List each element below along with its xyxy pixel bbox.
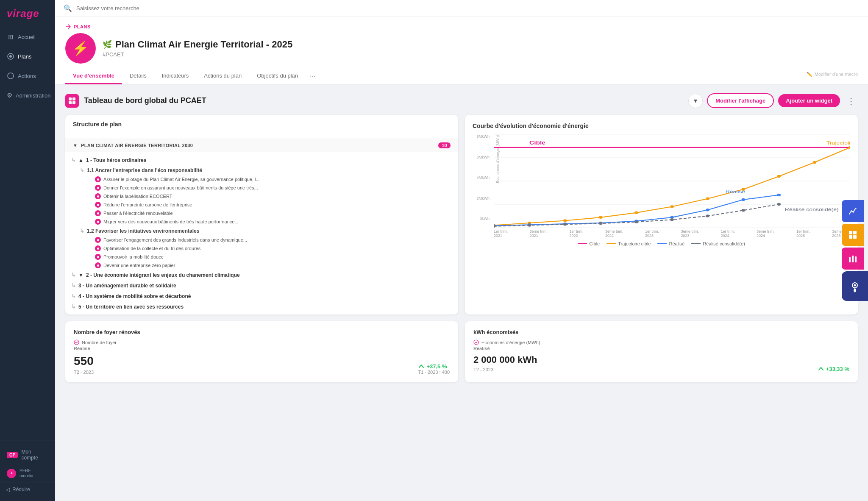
chart-area: Cible — [494, 134, 850, 228]
tab-details[interactable]: Détails — [122, 68, 154, 84]
list-item[interactable]: Optimisation de la collecte et du tri de… — [93, 244, 454, 253]
svg-rect-51 — [849, 235, 852, 239]
svg-rect-7 — [72, 101, 75, 104]
plan-badge: 10 — [438, 142, 451, 148]
actions-icon — [7, 72, 14, 80]
tab-more-btn[interactable]: ··· — [306, 68, 320, 84]
modifier-affichage-btn[interactable]: Modifier l'affichage — [707, 93, 774, 108]
collapse-icon[interactable]: ▼ — [73, 143, 78, 148]
svg-point-47 — [74, 340, 79, 345]
tree-item-4[interactable]: ↳ 4 - Un système de mobilité sobre et dé… — [70, 291, 454, 301]
sidebar: virage ⊞ Accueil Plans Actions ⚙ Adminis… — [0, 0, 55, 501]
expand-icon[interactable]: ▲ — [78, 157, 83, 163]
float-btn-grid[interactable] — [842, 224, 864, 246]
tree-label-1: 1 - Tous héros ordinaires — [86, 157, 146, 163]
ajouter-widget-btn[interactable]: Ajouter un widget — [778, 94, 840, 107]
kpi-value-foyer: 550 — [74, 354, 94, 368]
more-options-btn[interactable]: ⋮ — [844, 94, 858, 108]
sidebar-item-accueil[interactable]: ⊞ Accueil — [0, 27, 55, 47]
structure-title: Structure de plan — [73, 121, 122, 128]
tree-item-2[interactable]: ↳ ▼ 2 - Une économie intégrant les enjeu… — [70, 270, 454, 280]
structure-tree: ↳ ▲ 1 - Tous héros ordinaires ↳ 1.1 Ancr… — [65, 152, 458, 315]
perf-label: PERFmonitor — [19, 468, 33, 479]
svg-point-40 — [599, 222, 602, 225]
sidebar-user[interactable]: GP Mon compte — [0, 445, 55, 465]
hook-icon: ↳ — [80, 228, 84, 234]
dashboard-icon — [65, 94, 79, 108]
dot-icon — [95, 193, 101, 199]
header-top: ⚡ 🌿 Plan Climat Air Energie Territorial … — [65, 33, 858, 64]
tab-objectifs-plan[interactable]: Objectifs du plan — [249, 68, 306, 84]
dashboard-actions: ▾ Modifier l'affichage Ajouter un widget… — [688, 93, 858, 108]
svg-point-19 — [634, 212, 638, 214]
svg-point-23 — [777, 175, 781, 178]
kpi-card-foyer: Nombre de foyer rénovés Nombre de foyer … — [65, 321, 458, 382]
svg-point-44 — [741, 209, 745, 212]
kpi-title-foyer: Nombre de foyer rénovés — [74, 329, 450, 335]
search-input[interactable] — [76, 5, 860, 11]
tree-item-1[interactable]: ↳ ▲ 1 - Tous héros ordinaires — [70, 155, 454, 165]
list-item[interactable]: Devenir une entreprise zéro papier — [93, 261, 454, 270]
perf-icon — [7, 469, 16, 478]
dot-icon — [95, 185, 101, 191]
tree-children-1-2: Favoriser l'engagement des grands indust… — [78, 236, 454, 270]
list-item[interactable]: Assurer le pilotage du Plan Climat Air E… — [93, 175, 454, 184]
plan-info: 🌿 Plan Climat Air Energie Territorial - … — [103, 39, 292, 58]
sidebar-item-label: Accueil — [18, 34, 36, 40]
kpi-card-kwh: kWh économisés Economies d'énergie (MWh)… — [465, 321, 858, 382]
kpi-metric-label-foyer: Nombre de foyer — [74, 340, 450, 345]
list-item[interactable]: Donner l'exemple en assurant aux nouveau… — [93, 184, 454, 192]
modifier-macro-link[interactable]: ✏️ Modifier d'une macro — [807, 72, 858, 81]
chart-legend: Cible Trajectoire cible Réalisé Réalisé … — [473, 241, 850, 246]
reduce-label: Réduire — [12, 487, 30, 493]
svg-point-38 — [528, 224, 531, 227]
tab-indicateurs[interactable]: Indicateurs — [154, 68, 197, 84]
expand-icon[interactable]: ▼ — [78, 272, 83, 278]
tree-item-1-2[interactable]: ↳ 1.2 Favoriser les initiatives environn… — [78, 226, 454, 236]
tab-vue-ensemble[interactable]: Vue d'ensemble — [65, 68, 122, 84]
float-btn-bars[interactable] — [842, 248, 864, 270]
kpi-bottom-foyer: 550 T2 - 2023 +37,5 % T1 - 2023 : 400 — [74, 354, 450, 375]
tree-label-3: 3 - Un aménagement durable et solidaire — [78, 283, 176, 289]
sidebar-item-administration[interactable]: ⚙ Administration — [0, 86, 55, 105]
sidebar-bottom: GP Mon compte PERFmonitor ◁ Réduire — [0, 440, 55, 501]
list-item[interactable]: Favoriser l'engagement des grands indust… — [93, 236, 454, 244]
kpi-secondary-foyer: T1 - 2023 : 400 — [418, 370, 450, 375]
tab-actions-plan[interactable]: Actions du plan — [196, 68, 249, 84]
hook-icon: ↳ — [71, 303, 76, 310]
sidebar-item-actions[interactable]: Actions — [0, 66, 55, 86]
chevron-left-icon: ◁ — [6, 487, 10, 493]
svg-text:Réalisé: Réalisé — [726, 189, 746, 194]
list-item[interactable]: Promouvoir la mobilité douce — [93, 253, 454, 261]
home-icon: ⊞ — [7, 33, 14, 41]
list-item[interactable]: Obtenir la labélisation ECOCERT — [93, 192, 454, 200]
sidebar-perf[interactable]: PERFmonitor — [0, 465, 55, 482]
tree-item-3[interactable]: ↳ 3 - Un aménagement durable et solidair… — [70, 280, 454, 291]
float-btn-chart[interactable] — [842, 200, 864, 222]
list-item[interactable]: Passer à l'électricité renouvelable — [93, 209, 454, 217]
chevron-down-btn[interactable]: ▾ — [688, 94, 703, 108]
svg-point-2 — [8, 73, 14, 79]
tree-item-5[interactable]: ↳ 5 - Un territoire en lien avec ses res… — [70, 301, 454, 312]
floating-buttons — [842, 200, 868, 301]
kpi-change-kwh: +33,33 % — [818, 365, 849, 372]
kpi-value-kwh: 2 000 000 kWh — [473, 354, 537, 365]
kpi-metric-sub-foyer: Réalisé — [74, 346, 450, 351]
float-btn-location[interactable] — [842, 271, 868, 301]
admin-icon: ⚙ — [7, 92, 12, 99]
chart-card: Courbe d'évolution d'économie d'énergie … — [465, 115, 858, 315]
list-item[interactable]: Migrer vers des nouveaux bâtiments de tr… — [93, 217, 454, 226]
list-item[interactable]: Réduire l'empreinte carbone de l'entrepr… — [93, 200, 454, 209]
chart-wrapper: 8MkWh 6MkWh 4MkWh 2MkWh 0kWh Economies d… — [473, 134, 850, 238]
hook-icon: ↳ — [80, 167, 84, 173]
kpi-metric-sub-kwh: Réalisé — [473, 346, 849, 351]
sidebar-item-label: Actions — [18, 73, 36, 79]
sidebar-reduce-btn[interactable]: ◁ Réduire — [0, 482, 55, 497]
hook-icon: ↳ — [71, 282, 76, 289]
svg-rect-4 — [69, 97, 72, 100]
svg-rect-55 — [855, 256, 857, 262]
tree-label-5: 5 - Un territoire en lien avec ses resso… — [78, 304, 184, 310]
svg-rect-5 — [72, 97, 75, 100]
sidebar-item-plans[interactable]: Plans — [0, 47, 55, 66]
tree-item-1-1[interactable]: ↳ 1.1 Ancrer l'entreprise dans l'éco res… — [78, 165, 454, 175]
